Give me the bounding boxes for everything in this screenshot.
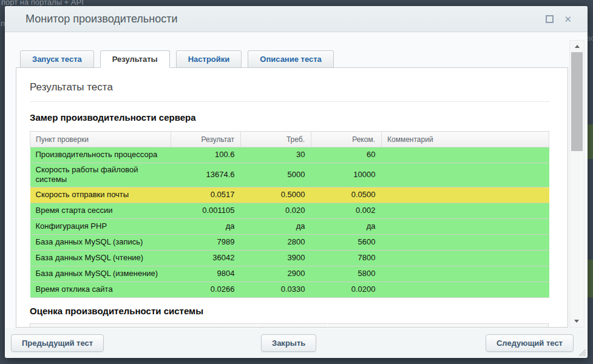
system-rating-table-partial [30,323,549,328]
window-controls: ✕ [546,15,572,24]
dialog-title: Монитор производительности [5,13,546,25]
cell-result: да [171,218,241,234]
scroll-up-icon[interactable] [575,45,580,48]
table-row: База данных MySQL (чтение)3604239007800 [30,250,549,266]
close-button[interactable]: Закрыть [261,334,316,352]
table-row: Скорость работы файловой системы13674.65… [30,163,549,187]
cell-recommended: да [311,218,382,234]
performance-monitor-dialog: Монитор производительности ✕ Запуск тест… [5,6,588,358]
cell-name: Конфигурация PHP [30,218,171,234]
close-icon[interactable]: ✕ [564,15,572,24]
background-fragment [588,124,593,159]
results-panel: Результаты теста Замер производительност… [16,67,568,328]
cell-required: 3900 [241,250,311,266]
cell-required: 0.020 [241,203,311,218]
cell-result: 0.001105 [171,203,241,218]
cell-required: 2900 [241,266,311,281]
cell-name: База данных MySQL (запись) [30,234,171,250]
table-row: База данных MySQL (изменение)98042900580… [30,266,549,281]
cell-comment [382,163,549,187]
cell-comment [382,218,549,234]
cell-name: Скорость отправки почты [30,187,171,203]
cell-recommended: 60 [311,147,382,163]
table-row: База данных MySQL (запись)798928005600 [30,234,549,250]
partial-header-cell [328,324,548,328]
section-title-server-measure: Замер производительности сервера [30,112,550,123]
vertical-scrollbar[interactable] [569,40,585,328]
cell-recommended: 0.002 [311,203,382,218]
resize-grip[interactable] [577,348,586,356]
table-row: Время отклика сайта0.02660.03300.0200 [30,281,549,297]
tab-settings[interactable]: Настройки [176,50,242,68]
cell-comment [382,203,549,218]
cell-recommended: 7800 [311,250,382,266]
tab-test-description[interactable]: Описание теста [248,50,334,68]
column-recommended: Реком. [311,132,382,147]
cell-comment [382,187,549,203]
cell-recommended: 0.0500 [311,187,382,203]
partial-header-cell [259,324,327,328]
cell-result: 100.6 [171,147,241,163]
next-test-button[interactable]: Следующий тест [486,334,574,352]
table-header-row: Пункт проверки Результат Треб. Реком. Ко… [30,132,549,147]
previous-test-button[interactable]: Предыдущий тест [11,334,104,352]
cell-recommended: 0.0200 [311,281,382,297]
scroll-down-icon[interactable] [574,320,579,323]
table-row: Время старта сессии0.0011050.0200.002 [30,203,549,218]
cell-required: 30 [241,147,311,163]
cell-comment [382,234,549,250]
cell-comment [382,147,549,163]
tab-results[interactable]: Результаты [100,50,170,68]
tab-bar: Запуск теста Результаты Настройки Описан… [20,50,334,68]
divider [30,101,550,102]
cell-required: 2800 [241,234,311,250]
table-row: Конфигурация PHPдадада [30,218,549,234]
cell-required: да [241,218,311,234]
section-title-system-rating: Оценка производительности системы [30,306,550,316]
column-check-item: Пункт проверки [30,132,171,147]
dialog-titlebar: Монитор производительности ✕ [5,6,588,32]
cell-recommended: 5800 [311,266,382,281]
cell-required: 0.5000 [241,187,311,203]
cell-required: 0.0330 [241,281,311,297]
background-fragment [588,260,593,297]
cell-name: Время отклика сайта [30,281,171,297]
table-row: Скорость отправки почты0.05170.50000.050… [30,187,549,203]
cell-result: 36042 [171,250,241,266]
server-performance-table: Пункт проверки Результат Треб. Реком. Ко… [30,131,549,298]
column-result: Результат [171,132,241,147]
cell-name: Скорость работы файловой системы [30,163,171,187]
column-required: Треб. [241,132,311,147]
cell-name: База данных MySQL (чтение) [30,250,171,266]
cell-result: 7989 [171,234,241,250]
scrollbar-thumb[interactable] [571,52,583,151]
partial-header-cell [30,324,257,328]
table-row: Производительность процессора100.63060 [30,147,549,163]
column-comment: Комментарий [382,132,549,147]
cell-comment [382,266,549,281]
cell-result: 9804 [171,266,241,281]
cell-name: База данных MySQL (изменение) [30,266,171,281]
cell-result: 0.0266 [171,281,241,297]
page-title: Результаты теста [30,81,550,93]
cell-name: Производительность процессора [30,147,171,163]
cell-result: 0.0517 [171,187,241,203]
maximize-icon[interactable] [546,15,554,23]
background-left-edge-text: п [1,19,5,28]
cell-recommended: 5600 [311,234,382,250]
tab-run-test[interactable]: Запуск теста [20,50,94,68]
cell-name: Время старта сессии [30,203,171,218]
cell-required: 5000 [241,163,311,187]
cell-recommended: 10000 [311,163,382,187]
cell-comment [382,281,549,297]
cell-comment [382,250,549,266]
cell-result: 13674.6 [171,163,241,187]
